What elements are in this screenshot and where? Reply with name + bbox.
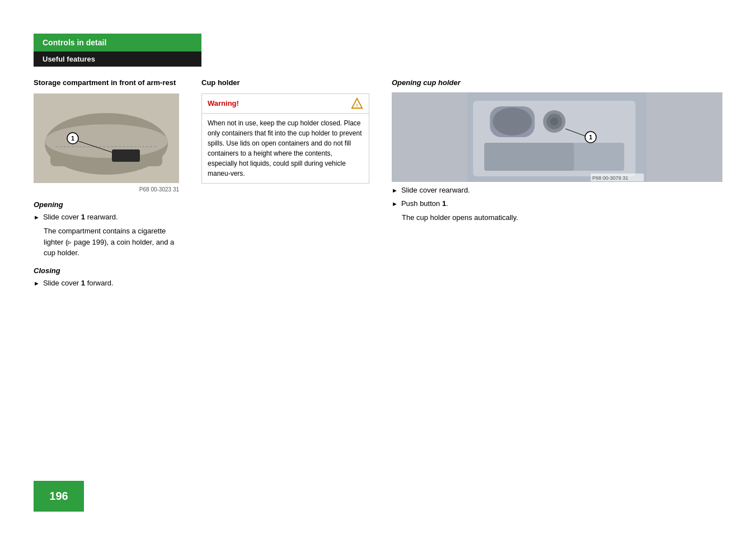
warning-box: Warning! ! When not in use, keep the cup… — [201, 93, 369, 184]
right-bullet-2-text: Push button 1. — [401, 199, 448, 209]
warning-label: Warning! — [208, 99, 239, 107]
arrow-icon-3: ► — [392, 186, 398, 195]
opening-label: Opening — [34, 200, 179, 209]
left-column: Storage compartment in front of arm-rest — [34, 78, 179, 292]
header-bar: Controls in detail Useful features — [34, 34, 201, 67]
left-col-title: Storage compartment in front of arm-rest — [34, 78, 179, 88]
armrest-svg: 1 — [34, 93, 179, 183]
section-title: Controls in detail — [43, 38, 106, 47]
warning-header: Warning! ! — [202, 94, 369, 114]
opening-para: The compartment contains a cigarette lig… — [44, 226, 179, 259]
svg-text:P68 00-3079 31: P68 00-3079 31 — [593, 175, 628, 181]
svg-point-17 — [551, 118, 558, 125]
svg-text:1: 1 — [589, 134, 592, 140]
middle-column: Cup holder Warning! ! When not in use, k… — [201, 78, 369, 190]
warning-triangle-icon: ! — [351, 97, 363, 110]
arrow-icon: ► — [34, 213, 40, 222]
cupholder-diagram: 1 P68 00-3079 31 — [392, 92, 722, 182]
main-content: Storage compartment in front of arm-rest — [34, 78, 722, 292]
right-bullet-1-text: Slide cover rearward. — [401, 185, 470, 195]
columns-layout: Storage compartment in front of arm-rest — [34, 78, 722, 292]
closing-bullet-text: Slide cover 1 forward. — [43, 278, 114, 288]
arrow-icon-2: ► — [34, 279, 40, 288]
page-number-box: 196 — [34, 481, 84, 512]
right-note: The cup holder opens automatically. — [402, 212, 722, 223]
subsection-title: Useful features — [43, 55, 95, 63]
right-bullet-2: ► Push button 1. — [392, 199, 722, 209]
svg-text:1: 1 — [71, 135, 74, 142]
right-column: Opening cup holder — [392, 78, 722, 227]
armrest-diagram: 1 — [34, 93, 179, 183]
cupholder-svg: 1 P68 00-3079 31 — [392, 92, 722, 182]
opening-cup-holder-title: Opening cup holder — [392, 78, 722, 87]
svg-rect-5 — [112, 149, 140, 162]
closing-bullet-1: ► Slide cover 1 forward. — [34, 278, 179, 288]
opening-bullet-1: ► Slide cover 1 rearward. — [34, 212, 179, 222]
svg-point-14 — [493, 107, 532, 135]
left-diagram-caption: P68 00-3023 31 — [34, 186, 179, 193]
right-bullet-1: ► Slide cover rearward. — [392, 185, 722, 195]
svg-point-3 — [45, 124, 168, 158]
warning-text: When not in use, keep the cup holder clo… — [202, 114, 369, 183]
opening-bullet-text: Slide cover 1 rearward. — [43, 212, 118, 222]
svg-rect-19 — [485, 143, 574, 171]
svg-text:!: ! — [356, 102, 358, 107]
closing-label: Closing — [34, 266, 179, 275]
cup-holder-title: Cup holder — [201, 78, 369, 88]
subsection-header: Useful features — [34, 51, 201, 67]
arrow-icon-4: ► — [392, 200, 398, 208]
section-header: Controls in detail — [34, 34, 201, 51]
page-number: 196 — [49, 490, 68, 503]
